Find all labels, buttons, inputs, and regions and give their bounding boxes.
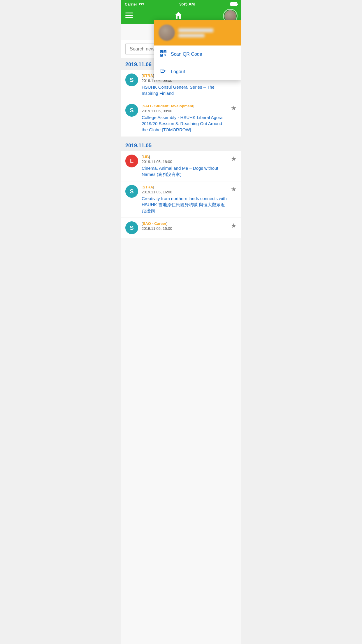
news-item-4[interactable]: S [STRA] 2019.11.05, 16:00 Creativity fr…: [121, 181, 241, 217]
battery-icon: [230, 2, 237, 6]
star-button-3[interactable]: ★: [231, 155, 237, 163]
news-content-4: [STRA] 2019.11.05, 16:00 Creativity from…: [142, 185, 227, 214]
news-date-2: 2019.11.06, 09:00: [142, 109, 227, 113]
svg-rect-7: [161, 51, 162, 52]
wifi-icon: ▾▾▾: [139, 2, 144, 6]
scan-qr-item[interactable]: Scan QR Code: [154, 46, 241, 63]
news-item-3[interactable]: L [LIB] 2019.11.05, 18:00 Cinema, Animal…: [121, 151, 241, 181]
scan-qr-icon: [160, 50, 167, 58]
section-divider-1: [121, 137, 241, 139]
dropdown-profile-section: [154, 20, 241, 46]
svg-marker-3: [175, 12, 182, 19]
logout-icon: [160, 68, 167, 76]
star-button-2[interactable]: ★: [231, 104, 237, 112]
svg-rect-8: [164, 51, 166, 52]
news-avatar-5: S: [125, 221, 138, 234]
status-right: [230, 2, 237, 6]
news-title-3: Cinema, Animal and Me – Dogs without Nam…: [142, 165, 227, 177]
news-tag-2: [SAO - Student Development]: [142, 104, 227, 108]
carrier-label: Carrier: [125, 2, 137, 6]
news-date-3: 2019.11.05, 18:00: [142, 160, 227, 164]
status-bar: Carrier ▾▾▾ 9:45 AM: [121, 0, 241, 8]
svg-rect-12: [164, 55, 164, 56]
logout-label: Logout: [171, 69, 185, 74]
news-date-5: 2019.11.05, 15:00: [142, 226, 227, 231]
dropdown-avatar: [159, 24, 175, 41]
news-title-4: Creativity from northern lands connects …: [142, 195, 227, 214]
time-label: 9:45 AM: [179, 2, 195, 6]
star-button-4[interactable]: ★: [231, 185, 237, 193]
news-avatar-2: S: [125, 104, 138, 117]
news-item-2[interactable]: S [SAO - Student Development] 2019.11.06…: [121, 100, 241, 136]
menu-icon[interactable]: [125, 13, 133, 20]
home-icon[interactable]: [174, 11, 182, 21]
dropdown-user-id: [178, 34, 205, 37]
svg-rect-2: [125, 17, 133, 18]
news-avatar-3: L: [125, 155, 138, 167]
star-button-5[interactable]: ★: [231, 221, 237, 230]
news-content-3: [LIB] 2019.11.05, 18:00 Cinema, Animal a…: [142, 155, 227, 177]
news-content-5: [SAO - Career] 2019.11.05, 15:00: [142, 221, 227, 232]
news-tag-5: [SAO - Career]: [142, 221, 227, 226]
news-date-4: 2019.11.05, 16:00: [142, 190, 227, 194]
svg-rect-1: [125, 15, 133, 16]
news-avatar-4: S: [125, 185, 138, 198]
svg-rect-14: [164, 55, 165, 55]
svg-rect-13: [165, 55, 166, 56]
dropdown-user-info: [178, 28, 237, 37]
news-item-5[interactable]: S [SAO - Career] 2019.11.05, 15:00 ★: [121, 218, 241, 238]
news-title-2: College Assembly - HSUHK Liberal Agora 2…: [142, 114, 227, 133]
scan-qr-label: Scan QR Code: [171, 52, 202, 57]
news-content-2: [SAO - Student Development] 2019.11.06, …: [142, 104, 227, 133]
svg-rect-11: [165, 54, 166, 55]
logout-item[interactable]: Logout: [154, 63, 241, 80]
dropdown-user-name: [178, 28, 213, 32]
status-left: Carrier ▾▾▾: [125, 2, 144, 6]
news-title-1: HSUHK Consul General Series – The Inspir…: [142, 84, 227, 96]
news-tag-3: [LIB]: [142, 155, 227, 159]
news-tag-4: [STRA]: [142, 185, 227, 189]
svg-rect-10: [164, 54, 164, 55]
news-avatar-1: S: [125, 74, 138, 86]
svg-rect-9: [161, 55, 162, 56]
date-header-2: 2019.11.05: [121, 139, 241, 151]
user-dropdown-menu: Scan QR Code Logout: [154, 20, 241, 80]
svg-rect-0: [125, 13, 133, 13]
